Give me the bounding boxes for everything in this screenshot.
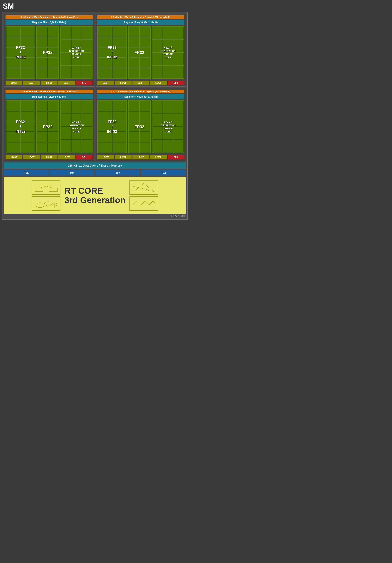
- fp32-int32-panel-1: FP32/INT32: [5, 26, 35, 79]
- svg-line-3: [39, 186, 46, 188]
- ldst-3-4: LD/ST: [58, 155, 75, 159]
- tensor-panel-4: ADA 4thGENERATIONTENSOR CORE: [152, 100, 184, 153]
- ldst-2-2: LD/ST: [115, 81, 132, 85]
- rt-core-area: RT CORE 3rd Generation: [4, 177, 186, 214]
- quadrant-3: L0 i-Cache + Warp Scheduler + Dispatch (…: [4, 88, 94, 161]
- fp32-panel-1: FP32: [36, 26, 59, 79]
- fp32-int32-panel-3: FP32/INT32: [5, 100, 35, 153]
- tensor-panel-2: ADA 4thGENERATIONTENSOR CORE: [152, 26, 184, 79]
- tex-box-2: Tex: [50, 170, 94, 176]
- l1-cache-bar: 128 KB L1 Data Cache / Shared Memory: [4, 163, 186, 169]
- register-file-bar-1: Register File (16,384 x 32-bit): [5, 20, 93, 25]
- svg-line-13: [132, 186, 150, 190]
- warp-scheduler-bar-2: L0 i-Cache + Warp Scheduler + Dispatch (…: [97, 15, 184, 19]
- sfu-3: SFU: [76, 155, 93, 159]
- svg-marker-12: [133, 183, 154, 192]
- tex-box-4: Tex: [141, 170, 186, 176]
- ldst-1-4: LD/ST: [58, 81, 75, 85]
- ldst-1-2: LD/ST: [23, 81, 40, 85]
- sfu-1: SFU: [76, 81, 93, 85]
- svg-line-4: [46, 186, 53, 188]
- svg-rect-1: [35, 188, 43, 192]
- sfu-4: SFU: [167, 155, 184, 159]
- rt-icon-box-bottom-right: [130, 196, 158, 211]
- fp32-panel-3: FP32: [36, 100, 59, 153]
- fp32-panel-2: FP32: [128, 26, 151, 79]
- ldst-3-1: LD/ST: [5, 155, 23, 159]
- quadrant-1: L0 i-Cache + Warp Scheduler + Dispatch (…: [4, 14, 94, 87]
- register-file-bar-2: Register File (16,384 x 32-bit): [97, 20, 184, 25]
- fp32-int32-panel-4: FP32/INT32: [97, 100, 127, 153]
- rt-core-title: RT CORE 3rd Generation: [65, 186, 126, 205]
- rt-core-center: RT CORE 3rd Generation: [65, 186, 126, 205]
- register-file-bar-3: Register File (16,384 x 32-bit): [5, 94, 93, 99]
- watermark: 知乎 @王尔德鲁: [4, 215, 186, 218]
- compute-section-4: FP32/INT32 FP32: [97, 100, 184, 153]
- rt-core-right: [130, 180, 158, 211]
- fp32-panel-4: FP32: [128, 100, 151, 153]
- bottom-units-4: LD/ST LD/ST LD/ST LD/ST SFU: [97, 155, 184, 159]
- ldst-4-3: LD/ST: [132, 155, 149, 159]
- warp-scheduler-bar-1: L0 i-Cache + Warp Scheduler + Dispatch (…: [5, 15, 93, 19]
- svg-rect-2: [49, 188, 57, 192]
- ldst-4-4: LD/ST: [150, 155, 167, 159]
- warp-scheduler-bar-3: L0 i-Cache + Warp Scheduler + Dispatch (…: [5, 90, 93, 93]
- sm-outer: L0 i-Cache + Warp Scheduler + Dispatch (…: [2, 12, 188, 220]
- sm-title: SM: [2, 2, 14, 11]
- ldst-1-1: LD/ST: [5, 81, 23, 85]
- tex-row: Tex Tex Tex Tex: [4, 170, 186, 176]
- rt-icon-box-top-right: [130, 180, 158, 195]
- warp-scheduler-bar-4: L0 i-Cache + Warp Scheduler + Dispatch (…: [97, 90, 184, 93]
- bottom-units-3: LD/ST LD/ST LD/ST LD/ST SFU: [5, 155, 93, 159]
- tensor-panel-3: ADA 4thGENERATIONTENSOR CORE: [60, 100, 93, 153]
- rt-icon-box-bottom-left: [32, 196, 60, 211]
- compute-section-2: FP32/INT32 FP32: [97, 26, 184, 79]
- svg-rect-0: [42, 183, 50, 186]
- compute-section-3: FP32/INT32 FP32: [5, 100, 93, 153]
- sfu-2: SFU: [167, 81, 184, 85]
- compute-section-1: FP32/INT32 FP32: [5, 26, 93, 79]
- bottom-units-1: LD/ST LD/ST LD/ST LD/ST SFU: [5, 81, 93, 85]
- bottom-units-2: LD/ST LD/ST LD/ST LD/ST SFU: [97, 81, 184, 85]
- ldst-3-3: LD/ST: [41, 155, 58, 159]
- ldst-4-1: LD/ST: [97, 155, 114, 159]
- register-file-bar-4: Register File (16,384 x 32-bit): [97, 94, 184, 99]
- rt-core-left: [32, 180, 60, 211]
- ldst-1-3: LD/ST: [41, 81, 58, 85]
- ldst-2-3: LD/ST: [132, 81, 149, 85]
- rt-icon-box-top-left: [32, 180, 60, 195]
- tensor-panel-1: ADA 4thGENERATIONTENSOR CORE: [60, 26, 93, 79]
- quadrants-grid: L0 i-Cache + Warp Scheduler + Dispatch (…: [4, 14, 186, 161]
- quadrant-2: L0 i-Cache + Warp Scheduler + Dispatch (…: [96, 14, 186, 87]
- tex-box-1: Tex: [4, 170, 49, 176]
- fp32-int32-panel-2: FP32/INT32: [97, 26, 127, 79]
- ldst-3-2: LD/ST: [23, 155, 40, 159]
- ldst-2-1: LD/ST: [97, 81, 114, 85]
- quadrant-4: L0 i-Cache + Warp Scheduler + Dispatch (…: [96, 88, 186, 161]
- tex-box-3: Tex: [96, 170, 140, 176]
- ldst-4-2: LD/ST: [115, 155, 132, 159]
- ldst-2-4: LD/ST: [150, 81, 167, 85]
